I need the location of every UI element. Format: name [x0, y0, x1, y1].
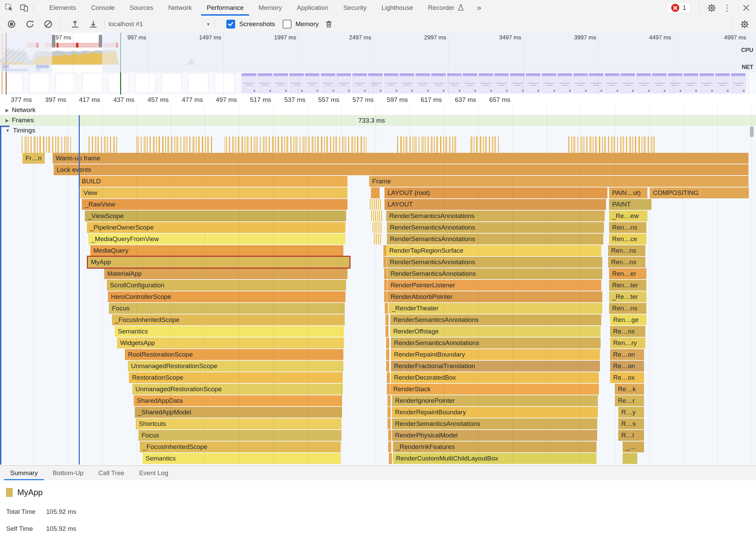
flame-bar[interactable]: Frame	[369, 176, 749, 187]
tab-lighthouse[interactable]: Lighthouse	[374, 0, 420, 16]
screenshot-frame[interactable]	[289, 73, 304, 93]
clear-icon[interactable]	[41, 17, 55, 31]
flame-bar[interactable]: Semantics	[115, 326, 344, 337]
flame-bar[interactable]: RenderSemanticsAnnotations	[390, 314, 601, 325]
flame-bar[interactable]: R…s	[618, 418, 644, 429]
flame-bar-fragment[interactable]	[385, 314, 389, 325]
flame-bar[interactable]: Ren…ns	[609, 222, 646, 233]
screenshot-frame[interactable]	[510, 73, 525, 93]
flame-bar[interactable]: UnmanagedRestorationScope	[128, 361, 343, 372]
flame-bar[interactable]: Shortcuts	[136, 418, 341, 429]
screenshot-frame[interactable]	[494, 73, 509, 93]
screenshot-frame[interactable]	[447, 73, 462, 93]
tab-elements[interactable]: Elements	[42, 0, 83, 16]
flame-bar[interactable]: RenderSemanticsAnnotations	[386, 211, 605, 221]
flame-bar[interactable]: Semantics	[143, 453, 341, 464]
flame-bar[interactable]: _RenderTheater	[389, 303, 602, 314]
flame-bar[interactable]: Re…on	[610, 349, 644, 360]
flame-bar[interactable]: MaterialApp	[104, 268, 347, 279]
flame-bar[interactable]: RenderRepaintBoundary	[392, 407, 598, 418]
device-toolbar-icon[interactable]	[18, 2, 30, 14]
capture-settings-gear-icon[interactable]	[738, 17, 751, 31]
screenshot-frame[interactable]	[589, 73, 604, 93]
flame-bar[interactable]: SharedAppData	[134, 395, 342, 406]
screenshot-frame[interactable]	[478, 73, 493, 93]
flame-bar[interactable]: RenderAbsorbPointer	[388, 291, 602, 302]
screenshot-frame[interactable]	[542, 73, 556, 93]
flame-bar[interactable]: RenderIgnorePointer	[392, 395, 598, 406]
flame-bar-fragment[interactable]	[388, 395, 391, 406]
tab-sources[interactable]: Sources	[122, 0, 161, 16]
flame-bar-fragment[interactable]	[384, 268, 387, 279]
flame-bar[interactable]: RestorationScope	[129, 372, 343, 383]
flame-bar[interactable]: BUILD	[79, 176, 347, 187]
flame-bar[interactable]: WidgetsApp	[117, 338, 344, 348]
flame-bar-fragment[interactable]	[386, 361, 389, 372]
flame-bar[interactable]: RenderDecoratedBox	[391, 372, 599, 383]
flame-bar-fragment[interactable]	[388, 418, 391, 429]
flame-bar[interactable]: RenderStack	[390, 384, 599, 395]
record-icon[interactable]	[5, 17, 18, 31]
screenshot-frame[interactable]	[715, 73, 730, 93]
flame-bar[interactable]: R…l	[618, 430, 644, 441]
flame-bar[interactable]: Ren…ce	[609, 234, 646, 245]
flame-bar[interactable]: PAINT	[609, 199, 651, 210]
screenshot-frame[interactable]	[683, 73, 698, 93]
selection-handle-left[interactable]	[52, 35, 55, 48]
flame-bar[interactable]: View	[80, 187, 347, 198]
screenshot-frame[interactable]	[352, 73, 367, 93]
flame-bar[interactable]: _…	[623, 441, 644, 452]
screenshot-frame[interactable]	[699, 73, 714, 93]
screenshot-frame[interactable]	[109, 73, 129, 93]
flame-bar[interactable]: _ViewScope	[85, 211, 346, 221]
expand-triangle-icon[interactable]: ▼	[5, 128, 10, 133]
flame-bar[interactable]: RenderSemanticsAnnotations	[391, 338, 601, 348]
save-profile-icon[interactable]	[87, 17, 100, 31]
flame-bar[interactable]: Focus	[138, 430, 341, 441]
timeline-overview[interactable]: CPU NET 97 ms997 ms1497 ms1997 ms2497 ms…	[0, 33, 756, 72]
flame-bar[interactable]: Ren…ns	[609, 303, 646, 314]
flame-bar[interactable]: RenderSemanticsAnnotations	[387, 234, 603, 245]
flame-bar[interactable]: UnmanagedRestorationScope	[132, 384, 343, 395]
flame-bar[interactable]: RenderPhysicalModel	[392, 430, 597, 441]
track-frames[interactable]: ▶ Frames 733.3 ms	[0, 115, 756, 126]
flame-bar[interactable]: MyApp	[88, 257, 349, 268]
screenshot-frame[interactable]	[620, 73, 635, 93]
flame-bar-fragment[interactable]	[384, 280, 387, 291]
screenshot-frame[interactable]	[652, 73, 667, 93]
screenshot-frame[interactable]	[526, 73, 541, 93]
flame-bar[interactable]: LAYOUT	[384, 199, 606, 210]
flame-bar[interactable]: _PipelineOwnerScope	[87, 222, 345, 233]
garbage-collect-icon[interactable]	[322, 17, 336, 31]
error-badge[interactable]: 1	[667, 2, 691, 13]
flame-bar-fragment[interactable]	[383, 257, 386, 268]
flame-bar[interactable]: Lock events	[54, 164, 749, 175]
flame-bar[interactable]: _Re…ter	[609, 291, 646, 302]
details-tab-bottom-up[interactable]: Bottom-Up	[45, 466, 91, 481]
screenshot-frame[interactable]	[214, 73, 235, 93]
collapse-triangle-icon[interactable]: ▶	[5, 118, 9, 123]
flame-bar-fragment[interactable]	[389, 453, 392, 464]
screenshot-filmstrip[interactable]	[0, 72, 756, 95]
flame-bar[interactable]: HeroControllerScope	[108, 291, 345, 302]
flame-bar-fragment[interactable]	[387, 384, 390, 395]
load-profile-icon[interactable]	[68, 17, 82, 31]
screenshot-frame[interactable]	[258, 73, 272, 93]
flame-bar-fragment[interactable]	[388, 441, 391, 452]
memory-checkbox[interactable]: Memory	[283, 20, 319, 29]
flame-bar[interactable]: Fr…n	[22, 153, 45, 164]
screenshot-frame[interactable]	[462, 73, 477, 93]
flame-bar[interactable]: R…y	[618, 407, 644, 418]
flame-bar[interactable]: Ren…ge	[610, 314, 646, 325]
timeline-tracks[interactable]: ▶ Network ▶ Frames 733.3 ms ▼ Timings Fr…	[0, 105, 756, 465]
flame-bar[interactable]: RenderSemanticsAnnotations	[387, 222, 604, 233]
flame-bar[interactable]: Re…k	[615, 384, 644, 395]
flame-bar-fragment[interactable]	[388, 407, 391, 418]
screenshot-frame[interactable]	[162, 73, 182, 93]
screenshot-frame[interactable]	[82, 73, 102, 93]
screenshots-checkbox[interactable]: Screenshots	[226, 20, 275, 29]
flame-bar[interactable]: _FocusInheritedScope	[112, 314, 345, 325]
flame-bar-fragment[interactable]	[386, 338, 389, 348]
tab-memory[interactable]: Memory	[251, 0, 289, 16]
flame-bar[interactable]: RenderPointerListener	[388, 280, 601, 291]
